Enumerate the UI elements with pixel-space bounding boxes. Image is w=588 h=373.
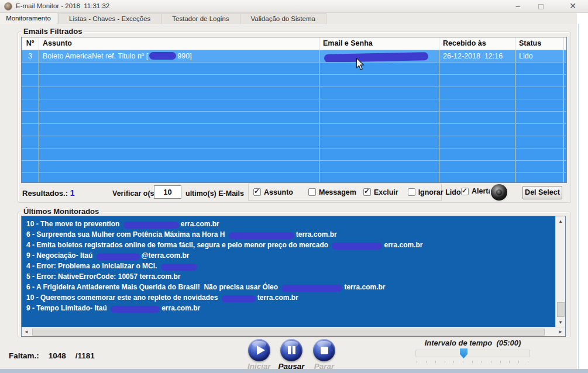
list-item[interactable]: 5 - Error: NativeErrorCode: 10057 terra.…	[22, 271, 555, 282]
scroll-right-icon[interactable]: ▸	[556, 327, 565, 336]
play-icon	[257, 346, 265, 355]
cell-empty	[39, 136, 319, 148]
list-item[interactable]: 9 - Negociação- Itaú @terra.com.br	[22, 250, 555, 261]
cell-empty	[439, 87, 515, 99]
scroll-down-icon[interactable]: ▾	[556, 317, 565, 327]
tab-monitoramento[interactable]: Monitoramento	[0, 13, 57, 24]
minimize-button[interactable]: –	[510, 2, 525, 11]
slider-tick	[463, 361, 463, 363]
checkbox-messagem[interactable]	[308, 188, 316, 196]
checkbox-excluir[interactable]	[363, 188, 371, 196]
cell-empty	[22, 173, 39, 183]
column-header-recebido-as[interactable]: Recebido às	[439, 37, 515, 50]
parar-button[interactable]	[313, 339, 335, 361]
table-empty-row[interactable]	[22, 75, 566, 87]
cell-empty	[564, 99, 566, 111]
checkbox-ignorar-lidos[interactable]	[408, 188, 415, 196]
table-empty-row[interactable]	[22, 148, 566, 161]
cell-empty	[39, 63, 319, 74]
emails-table[interactable]: NºAssuntoEmail e SenhaRecebido àsStatus …	[21, 37, 567, 183]
table-empty-row[interactable]	[22, 63, 566, 75]
transport-parar: Parar	[308, 339, 341, 371]
del-select-button[interactable]: Del Select	[522, 186, 562, 199]
cell-empty	[564, 124, 566, 136]
cell-empty	[564, 63, 566, 74]
faltam-counter: Faltam.:1048/1181	[9, 351, 104, 360]
window-right-edge	[578, 24, 579, 369]
tab-listas-chaves-excecoes[interactable]: Listas - Chaves - Exceções	[59, 14, 161, 24]
checkbox-item-excluir[interactable]: Excluir	[363, 188, 398, 196]
redaction-blob	[149, 52, 176, 60]
cell-empty	[564, 112, 566, 123]
column-header-status[interactable]: Status	[515, 37, 564, 50]
checkbox-label-assunto: Assunto	[264, 188, 293, 196]
list-item-text: 4 - Emita boletos registrados online de …	[26, 241, 330, 249]
cell-empty	[39, 124, 319, 136]
cell-empty	[319, 99, 439, 111]
cell-empty	[564, 87, 566, 99]
table-body: 3 Boleto AmericaNet ref. Titulo nº [990]…	[22, 50, 566, 183]
checkbox-item-ignorar-lidos[interactable]: Ignorar Lidos	[408, 188, 465, 196]
checkbox-item-messagem[interactable]: Messagem	[308, 188, 356, 196]
checkbox-label-excluir: Excluir	[374, 188, 398, 196]
table-row-selected[interactable]: 3 Boleto AmericaNet ref. Titulo nº [990]…	[22, 50, 566, 63]
ultimos-monitorados-title: Últimos Monitorados	[21, 207, 101, 216]
iniciar-label: Iniciar	[243, 362, 276, 371]
scroll-up-icon[interactable]: ▴	[556, 216, 565, 226]
list-item-text: 10 - Queremos comemorar este ano repleto…	[26, 293, 220, 302]
cell-empty	[22, 136, 39, 148]
maximize-button[interactable]	[538, 4, 544, 9]
cell-empty	[515, 124, 564, 136]
scroll-left-icon[interactable]: ◂	[22, 327, 31, 336]
close-icon[interactable]: ✕	[565, 2, 580, 11]
monitored-list[interactable]: 10 - The move to prevention erra.com.br6…	[22, 216, 555, 327]
list-item[interactable]: 4 - Emita boletos registrados online de …	[22, 240, 555, 250]
pausar-label: Pausar	[275, 362, 308, 371]
tab-testador-de-logins[interactable]: Testador de Logins	[161, 14, 240, 24]
checkbox-item-assunto[interactable]: Assunto	[253, 188, 293, 196]
iniciar-button[interactable]	[248, 339, 270, 361]
list-item[interactable]: 9 - Tempo Limitado- Itaú erra.com.br	[22, 303, 555, 313]
list-item[interactable]: 10 - The move to prevention erra.com.br	[22, 219, 555, 229]
table-empty-row[interactable]	[22, 136, 566, 148]
column-header-n[interactable]: Nº	[22, 37, 39, 50]
table-empty-row[interactable]	[22, 112, 566, 124]
tab-validacao-do-sistema[interactable]: Validação do Sistema	[240, 14, 326, 24]
slider-tick	[491, 361, 491, 363]
checkbox-label-messagem: Messagem	[319, 188, 356, 196]
list-item[interactable]: 10 - Queremos comemorar este ano repleto…	[22, 292, 555, 303]
cell-empty	[22, 161, 39, 172]
alerta-checkbox-item[interactable]: Alerta	[461, 187, 492, 195]
vertical-scroll-thumb[interactable]	[557, 302, 565, 317]
cell-empty	[439, 99, 515, 111]
vertical-scrollbar[interactable]: ▴ ▾	[555, 216, 565, 327]
table-empty-row[interactable]	[22, 161, 566, 173]
slider-tick	[435, 361, 436, 363]
monitored-listbox[interactable]: 10 - The move to prevention erra.com.br6…	[21, 216, 566, 337]
table-empty-row[interactable]	[22, 99, 566, 112]
column-header-email-e-senha[interactable]: Email e Senha	[319, 37, 439, 50]
list-item[interactable]: 6 - Surpreenda sua Mulher com Potência M…	[22, 229, 555, 240]
cell-empty	[319, 148, 439, 160]
cell-empty	[439, 75, 515, 87]
list-item-text: 6 - A Frigideira Antiaderente Mais Queri…	[26, 283, 280, 291]
interval-slider-track[interactable]	[415, 350, 530, 357]
transport-pausar: Pausar	[275, 339, 308, 371]
slider-tick	[500, 361, 501, 363]
alerta-checkbox[interactable]	[461, 188, 469, 195]
assunto-suffix: 990]	[177, 52, 191, 60]
column-header-assunto[interactable]: Assunto	[39, 37, 319, 50]
horizontal-scrollbar[interactable]: ◂ ▸	[22, 327, 565, 336]
interval-label: Intervalo de tempo (05:00)	[415, 339, 530, 347]
list-item[interactable]: 4 - Error: Problema ao inicializar o MCI…	[22, 261, 555, 271]
horizontal-scroll-thumb[interactable]	[32, 329, 545, 336]
resultados-value: 1	[70, 188, 75, 198]
table-empty-row[interactable]	[22, 124, 566, 136]
verify-count-input[interactable]	[154, 185, 181, 199]
table-empty-row[interactable]	[22, 87, 566, 99]
pause-icon	[288, 346, 295, 354]
table-empty-row[interactable]	[22, 173, 566, 183]
checkbox-assunto[interactable]	[253, 188, 261, 196]
pausar-button[interactable]	[280, 339, 302, 361]
list-item[interactable]: 6 - A Frigideira Antiaderente Mais Queri…	[22, 282, 555, 292]
